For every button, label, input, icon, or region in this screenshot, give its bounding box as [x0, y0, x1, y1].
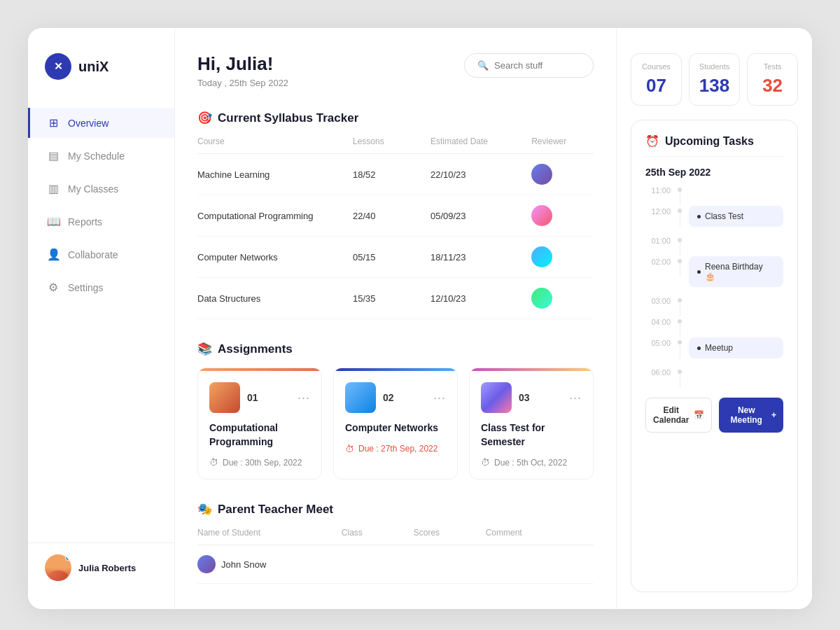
- app-container: ✕ uniX ⊞ Overview ▤ My Schedule ▥ My Cla…: [28, 28, 812, 609]
- greeting-block: Hi, Julia! Today , 25th Sep 2022: [197, 53, 288, 88]
- sidebar-item-overview-label: Overview: [68, 118, 108, 129]
- syllabus-section: 🎯 Current Syllabus Tracker Course Lesson…: [197, 111, 594, 319]
- ptm-col-name: Name of Student: [197, 528, 342, 538]
- stat-tests-value: 32: [757, 75, 788, 97]
- card-num-group: 01: [209, 382, 258, 413]
- sidebar-item-settings-label: Settings: [68, 282, 104, 293]
- time-line: [678, 367, 682, 388]
- collaborate-icon: 👤: [47, 248, 59, 261]
- greeting-title: Hi, Julia!: [197, 53, 288, 75]
- card-num: 01: [247, 392, 258, 403]
- timeline-row: 04:00: [645, 316, 783, 337]
- ptm-emoji: 🎭: [197, 502, 212, 517]
- timeline-item-wrap: [689, 235, 783, 244]
- row-date: 05/09/23: [430, 211, 531, 221]
- time-vert: [680, 242, 680, 256]
- sidebar-item-reports[interactable]: 📖 Reports: [28, 206, 174, 237]
- card-due: ⏱ Due : 5th Oct, 2022: [481, 457, 582, 468]
- card-menu-button[interactable]: ···: [433, 391, 446, 405]
- card-menu-button[interactable]: ···: [298, 391, 310, 405]
- stat-students-value: 138: [699, 75, 729, 97]
- row-course: Computer Networks: [197, 252, 353, 262]
- ptm-table: Name of Student Class Scores Comment Joh…: [197, 528, 594, 584]
- tasks-header: ⏰ Upcoming Tasks: [645, 134, 783, 157]
- time-line: [678, 256, 682, 277]
- sidebar-item-settings[interactable]: ⚙ Settings: [28, 272, 174, 302]
- assignment-card: 02 ··· Computer Networks ⏱ Due : 27th Se…: [333, 368, 458, 479]
- clock-icon: ⏱: [209, 457, 218, 468]
- table-row: Computer Networks 05/15 18/11/23: [197, 237, 594, 278]
- timeline-row: 01:00: [645, 235, 783, 256]
- new-meeting-button[interactable]: New Meeting +: [719, 398, 784, 433]
- stat-courses: Courses 07: [631, 53, 682, 106]
- event-dot: [697, 346, 701, 350]
- event-label: Class Test: [705, 211, 743, 221]
- card-top-bar: [334, 368, 457, 371]
- timeline-event: Meetup: [689, 337, 783, 358]
- classes-icon: ▥: [47, 182, 59, 195]
- col-course: Course: [197, 136, 353, 146]
- ptm-student-name: John Snow: [197, 555, 342, 573]
- upcoming-tasks-card: ⏰ Upcoming Tasks 25th Sep 2022 11:00 12:…: [631, 120, 798, 592]
- stats-row: Courses 07 Students 138 Tests 32: [631, 53, 798, 106]
- col-lessons: Lessons: [353, 136, 430, 146]
- reviewer-avatar: [531, 246, 552, 267]
- timeline-item-wrap: [689, 367, 783, 375]
- event-label: Reena Birthday 🎂: [705, 262, 775, 281]
- row-reviewer: [531, 164, 594, 185]
- stat-courses-value: 07: [641, 75, 671, 97]
- card-menu-button[interactable]: ···: [569, 391, 582, 405]
- sidebar-item-schedule-label: My Schedule: [68, 150, 125, 162]
- time-line: [678, 316, 682, 337]
- tasks-emoji: ⏰: [645, 134, 659, 148]
- time-vert: [680, 213, 680, 227]
- card-num-group: 02: [345, 382, 394, 413]
- card-header: 02 ···: [345, 382, 446, 413]
- assignments-section: 📚 Assignments 01 ··· Computational Progr…: [197, 342, 594, 479]
- card-header: 03 ···: [481, 382, 582, 413]
- syllabus-emoji: 🎯: [197, 111, 212, 125]
- timeline-item-wrap: [689, 295, 783, 304]
- tasks-actions: Edit Calendar 📅 New Meeting +: [645, 398, 783, 433]
- row-date: 22/10/23: [430, 169, 531, 180]
- clock-icon: ⏱: [481, 457, 490, 468]
- schedule-icon: ▤: [47, 149, 59, 162]
- table-row: Machine Learning 18/52 22/10/23: [197, 154, 594, 195]
- stat-courses-label: Courses: [641, 62, 671, 71]
- card-title: Computer Networks: [345, 421, 446, 435]
- search-bar[interactable]: 🔍: [464, 53, 594, 78]
- sidebar-item-collaborate[interactable]: 👤 Collaborate: [28, 239, 174, 270]
- card-thumbnail: [481, 382, 512, 413]
- row-reviewer: [531, 205, 594, 226]
- sidebar-item-collaborate-label: Collaborate: [68, 249, 118, 260]
- time-vert: [680, 374, 680, 388]
- timeline-row: 02:00 Reena Birthday 🎂: [645, 256, 783, 295]
- avatar: [45, 554, 71, 581]
- edit-calendar-button[interactable]: Edit Calendar 📅: [645, 398, 712, 433]
- sidebar-item-overview[interactable]: ⊞ Overview: [28, 108, 174, 138]
- row-reviewer: [531, 246, 594, 267]
- settings-icon: ⚙: [47, 281, 59, 294]
- table-row: Computational Programming 22/40 05/09/23: [197, 195, 594, 237]
- stat-tests-label: Tests: [757, 62, 788, 71]
- assignment-card: 03 ··· Class Test for Semester ⏱ Due : 5…: [469, 368, 594, 479]
- user-name: Julia Roberts: [78, 563, 136, 573]
- search-input[interactable]: [494, 60, 580, 71]
- stat-students: Students 138: [689, 53, 740, 106]
- sidebar-item-my-schedule[interactable]: ▤ My Schedule: [28, 141, 174, 171]
- card-due: ⏱ Due : 27th Sep, 2022: [345, 444, 446, 454]
- timeline-item-wrap: Reena Birthday 🎂: [689, 256, 783, 295]
- assignment-card: 01 ··· Computational Programming ⏱ Due :…: [197, 368, 322, 479]
- card-header: 01 ···: [209, 382, 310, 413]
- reviewer-avatar: [531, 288, 552, 309]
- main-header: Hi, Julia! Today , 25th Sep 2022 🔍: [197, 53, 594, 88]
- time-vert: [680, 323, 680, 337]
- timeline-item-wrap: [689, 316, 783, 325]
- timeline-row: 11:00: [645, 185, 783, 206]
- time-label: 06:00: [645, 367, 671, 377]
- sidebar-item-my-classes[interactable]: ▥ My Classes: [28, 174, 174, 204]
- time-label: 03:00: [645, 295, 671, 305]
- row-lessons: 18/52: [353, 169, 430, 180]
- card-title: Computational Programming: [209, 421, 310, 449]
- ptm-table-header: Name of Student Class Scores Comment: [197, 528, 594, 545]
